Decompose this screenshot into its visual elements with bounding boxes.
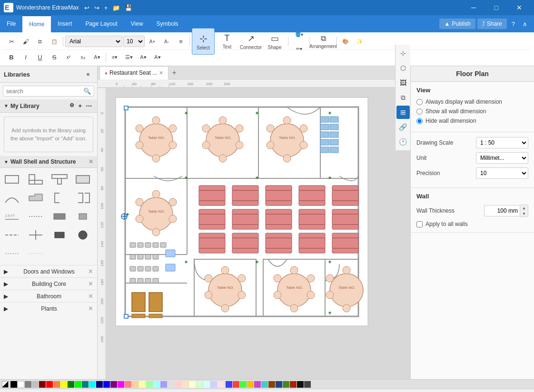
menu-insert[interactable]: Insert <box>51 15 79 32</box>
theme-icon[interactable]: 🎨 <box>339 35 352 48</box>
swatch-silver[interactable] <box>32 381 39 388</box>
radio-show-all-input[interactable] <box>416 108 423 115</box>
canvas-tab-restaurant[interactable]: ● Restaurant Seat ... ✕ <box>99 66 168 79</box>
increase-font-button[interactable]: A+ <box>146 35 159 48</box>
swatch-ext-3[interactable] <box>240 381 247 388</box>
swatch-lavender[interactable] <box>210 381 217 388</box>
swatch-ext-4[interactable] <box>247 381 254 388</box>
underline-button[interactable]: U <box>33 51 47 64</box>
connector-tool-button[interactable]: ↗ Connector <box>239 28 262 55</box>
shape-item-arc[interactable] <box>2 189 22 206</box>
swatch-maroon[interactable] <box>39 381 46 388</box>
open-icon[interactable]: 📁 <box>111 4 121 11</box>
precision-select[interactable]: 10 1 0.1 <box>476 167 528 179</box>
text-highlight-button[interactable]: A▾ <box>137 51 150 64</box>
tool-floor-plan[interactable]: ⊞ <box>396 106 410 119</box>
window-minimize-button[interactable]: ─ <box>463 0 485 15</box>
add-tab-button[interactable]: + <box>168 67 180 78</box>
swatch-ext-2[interactable] <box>233 381 239 388</box>
swatch-green[interactable] <box>68 381 74 388</box>
swatch-light-blue[interactable] <box>160 381 167 388</box>
line-color-button[interactable]: ✏▾ <box>290 42 307 55</box>
swatch-blue[interactable] <box>103 381 110 388</box>
text-tool-button[interactable]: T Text <box>216 28 238 55</box>
swatch-aqua[interactable] <box>89 381 96 388</box>
wall-shell-header[interactable]: ▼ Wall Shell and Structure ✕ <box>0 156 97 168</box>
font-color-button[interactable]: A▾ <box>90 51 104 64</box>
sidebar-collapse-button[interactable]: « <box>83 69 93 79</box>
window-close-button[interactable]: ✕ <box>508 0 530 15</box>
swatch-ext-5[interactable] <box>254 381 261 388</box>
library-settings-icon[interactable]: ⚙ <box>68 102 76 110</box>
tool-history[interactable]: 🕐 <box>396 135 410 148</box>
redo-icon[interactable]: ↪ <box>93 4 101 11</box>
no-color-swatch[interactable] <box>2 381 9 388</box>
swatch-fuchsia[interactable] <box>118 381 124 388</box>
shape-item-bracket-l[interactable] <box>49 189 69 206</box>
shape-item-bracket-r[interactable] <box>73 189 93 206</box>
swatch-ext-8[interactable] <box>276 381 282 388</box>
sparkle-icon[interactable]: ✨ <box>353 35 366 48</box>
menu-view[interactable]: View <box>124 15 150 32</box>
radio-always-display[interactable]: Always display wall dimension <box>416 98 528 105</box>
undo-icon[interactable]: ↩ <box>83 4 91 11</box>
swatch-teal[interactable] <box>82 381 89 388</box>
swatch-light-yellow[interactable] <box>139 381 146 388</box>
swatch-purple[interactable] <box>110 381 117 388</box>
tool-image[interactable]: 🖼 <box>396 76 410 89</box>
publish-button[interactable]: ▲ Publish <box>439 19 475 29</box>
swatch-yellow[interactable] <box>60 381 67 388</box>
swatch-navy[interactable] <box>96 381 103 388</box>
swatch-bisque[interactable] <box>182 381 188 388</box>
radio-hide-wall-input[interactable] <box>416 118 423 124</box>
category-close-icon[interactable]: ✕ <box>88 268 93 275</box>
menu-file[interactable]: File <box>0 15 22 32</box>
subscript-button[interactable]: x₂ <box>76 51 89 64</box>
swatch-black[interactable] <box>10 381 17 388</box>
font-family-select[interactable]: Arial <box>65 36 122 47</box>
swatch-darkgray[interactable] <box>304 381 311 388</box>
swatch-ext-7[interactable] <box>268 381 275 388</box>
menu-home[interactable]: Home <box>22 15 51 32</box>
search-icon[interactable]: 🔍 <box>83 88 91 95</box>
shape-item-l-wall[interactable] <box>26 171 46 188</box>
menu-symbols[interactable]: Symbols <box>150 15 185 32</box>
radio-show-all[interactable]: Show all wall dimension <box>416 108 528 115</box>
save-icon[interactable]: 💾 <box>123 4 134 11</box>
spin-down-button[interactable]: ▼ <box>520 211 528 216</box>
swatch-cream[interactable] <box>189 381 196 388</box>
tab-close-icon[interactable]: ✕ <box>159 70 163 76</box>
wall-thickness-input[interactable] <box>484 205 520 216</box>
bold-button[interactable]: B <box>5 51 18 64</box>
radio-hide-wall[interactable]: Hide wall dimension <box>416 118 528 124</box>
arrangement-button[interactable]: ⧉ Arrangement <box>312 28 335 55</box>
tool-shapes[interactable]: ⬡ <box>396 66 410 75</box>
category-doors-windows[interactable]: ▶ Doors and Windows ✕ <box>0 265 97 277</box>
select-tool-button[interactable]: ⊹ Select <box>192 28 215 55</box>
shape-item-circ-solid[interactable] <box>73 226 93 244</box>
swatch-black2[interactable] <box>297 381 304 388</box>
line-spacing-button[interactable]: ≡▾ <box>108 51 121 64</box>
shape-item-dash-thin[interactable] <box>2 245 22 262</box>
swatch-rose[interactable] <box>175 381 181 388</box>
canvas-viewport[interactable]: 0 40 80 120 160 200 240 <box>98 79 410 379</box>
swatch-lime[interactable] <box>75 381 81 388</box>
swatch-orange[interactable] <box>53 381 60 388</box>
help-button[interactable]: ? <box>509 19 518 29</box>
shape-item-dot[interactable] <box>26 208 46 225</box>
apply-all-walls-checkbox[interactable] <box>416 221 423 227</box>
fill-color-button[interactable]: 🪣▾ <box>290 28 307 41</box>
swatch-light-gray[interactable] <box>168 381 174 388</box>
shape-item-line-label[interactable]: 2.5 FT <box>2 208 22 225</box>
align-button[interactable]: ≡ <box>174 35 188 48</box>
spin-up-button[interactable]: ▲ <box>520 205 528 211</box>
library-add-icon[interactable]: + <box>77 102 83 110</box>
swatch-azure[interactable] <box>203 381 210 388</box>
shape-tool-button[interactable]: ▭ Shape <box>263 28 286 55</box>
shape-item-rect-wall[interactable] <box>2 171 22 188</box>
my-library-header[interactable]: ▼ My Library ⚙ + ⋯ <box>0 99 97 113</box>
decrease-font-button[interactable]: A- <box>160 35 173 48</box>
shape-item-rect-med[interactable] <box>73 208 93 225</box>
swatch-white[interactable] <box>18 381 24 388</box>
italic-button[interactable]: I <box>19 51 32 64</box>
